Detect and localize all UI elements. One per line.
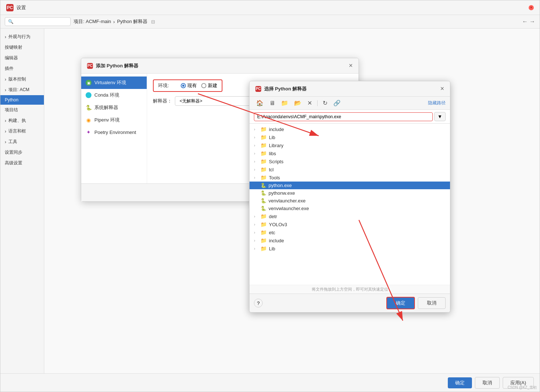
tree-item-lib[interactable]: › 📁 Lib <box>250 133 450 141</box>
tree-item-scripts[interactable]: › 📁 Scripts <box>250 157 450 165</box>
dialog-select-close-button[interactable]: × <box>440 85 444 93</box>
folder-icon: 📁 <box>260 126 267 132</box>
sidebar-item-advanced[interactable]: 高级设置 <box>0 158 44 168</box>
tree-label-tools: Tools <box>269 175 280 180</box>
dialog-select-cancel-button[interactable]: 取消 <box>418 297 446 309</box>
breadcrumb-icon: ⊟ <box>151 19 155 25</box>
venvwlauncher-icon: 🐍 <box>260 206 266 211</box>
settings-ok-button[interactable]: 确定 <box>448 377 472 388</box>
pipenv-icon: ◉ <box>86 117 91 123</box>
sidebar-item-project-structure[interactable]: 项目结 <box>0 105 44 115</box>
folder-icon-tools: 📁 <box>260 175 267 180</box>
path-dropdown-button[interactable]: ▼ <box>434 112 446 121</box>
dialog-select-title: PC 选择 Python 解释器 <box>255 86 307 92</box>
nav-forward-button[interactable]: → <box>529 18 535 25</box>
dialog-select-confirm-button[interactable]: 确定 <box>386 297 415 309</box>
env-item-poetry[interactable]: ✦ Poetry Environment <box>81 126 147 138</box>
dialog-add-title-bar: PC 添加 Python 解释器 × <box>81 58 359 74</box>
settings-cancel-button[interactable]: 取消 <box>475 377 500 389</box>
toolbar-home-button[interactable]: 🏠 <box>254 99 266 107</box>
dialog-select-interpreter: PC 选择 Python 解释器 × 🏠 🖥 📁 📂 ✕ ↻ 🔗 隐藏路径 ▼ <box>249 81 450 313</box>
env-item-virtualenv[interactable]: ▣ Virtualenv 环境 <box>81 76 147 89</box>
tree-item-etc[interactable]: › 📁 etc <box>250 228 450 236</box>
env-item-system[interactable]: 🐍 系统解释器 <box>81 101 147 114</box>
toolbar-link-button[interactable]: 🔗 <box>331 99 343 107</box>
sidebar-item-project[interactable]: 项目: ACM <box>0 85 44 95</box>
toolbar-delete-button[interactable]: ✕ <box>305 99 314 107</box>
tree-arrow-yolov3: › <box>254 222 258 227</box>
breadcrumb-arrow: › <box>113 19 115 25</box>
tree-arrow-library: › <box>254 143 258 148</box>
dialog-select-bottom: ? 确定 取消 <box>250 294 450 312</box>
tree-item-pythonw-exe[interactable]: 🐍 pythonw.exe <box>250 189 450 197</box>
sidebar-item-keymap[interactable]: 按键映射 <box>0 42 44 53</box>
dialog-add-icon: PC <box>87 63 93 69</box>
tree-item-python-exe[interactable]: 🐍 python.exe <box>250 182 450 189</box>
search-input[interactable] <box>5 17 71 26</box>
sidebar-item-plugins[interactable]: 插件 <box>0 63 44 74</box>
tree-label-yolov3: YOLOv3 <box>269 222 287 227</box>
tree-label-libs: libs <box>269 151 276 156</box>
pythonw-exe-icon: 🐍 <box>260 190 266 196</box>
tree-label-detr: detr <box>269 214 277 219</box>
tree-item-venvwlauncher[interactable]: 🐍 venvwlauncher.exe <box>250 205 450 212</box>
sidebar-item-python[interactable]: Python <box>0 95 44 105</box>
tree-item-yolov3[interactable]: › 📁 YOLOv3 <box>250 220 450 228</box>
tree-arrow-include-1: › <box>254 127 258 131</box>
folder-icon-lib-2: 📁 <box>260 246 267 251</box>
window-close-button[interactable]: × <box>529 5 534 10</box>
sidebar-item-editor[interactable]: 编辑器 <box>0 53 44 63</box>
breadcrumb: 项目: ACMF-main › Python 解释器 ⊟ <box>74 18 519 25</box>
help-button[interactable]: ? <box>254 299 263 307</box>
tree-item-lib-2[interactable]: › 📁 Lib <box>250 244 450 253</box>
tree-item-libs[interactable]: › 📁 libs <box>250 149 450 157</box>
tree-arrow-libs: › <box>254 151 258 156</box>
toolbar-refresh-button[interactable]: ↻ <box>320 99 330 107</box>
tree-label-python-exe: python.exe <box>269 183 292 188</box>
folder-icon-scripts: 📁 <box>260 158 267 164</box>
env-item-conda[interactable]: Conda 环境 <box>81 89 147 101</box>
folder-icon-etc: 📁 <box>260 229 267 235</box>
sidebar-item-lang[interactable]: 语言和框 <box>0 126 44 137</box>
tree-item-tcl[interactable]: › 📁 tcl <box>250 165 450 173</box>
tree-item-library[interactable]: › 📁 Library <box>250 141 450 149</box>
breadcrumb-part2: Python 解释器 <box>117 18 147 25</box>
env-type-list: ▣ Virtualenv 环境 Conda 环境 🐍 系统解释器 ◉ <box>81 74 147 183</box>
tree-item-tools[interactable]: › 📁 Tools <box>250 173 450 182</box>
tree-arrow-lib: › <box>254 135 258 139</box>
sidebar-item-vcs[interactable]: 版本控制 <box>0 74 44 85</box>
title-bar: PC 设置 × <box>0 0 540 15</box>
window-title: 设置 <box>16 4 26 11</box>
python-exe-icon: 🐍 <box>260 183 266 188</box>
folder-icon-library: 📁 <box>260 142 267 148</box>
sidebar-item-build[interactable]: 构建、执 <box>0 115 44 126</box>
tree-item-include-1[interactable]: › 📁 include <box>250 125 450 133</box>
tree-label-library: Library <box>269 143 284 148</box>
interpreter-label: 解释器： <box>153 98 172 104</box>
folder-icon-libs: 📁 <box>260 150 267 156</box>
folder-icon-yolov3: 📁 <box>260 221 267 227</box>
sidebar-item-tools[interactable]: 工具 <box>0 137 44 147</box>
env-item-pipenv[interactable]: ◉ Pipenv 环境 <box>81 114 147 126</box>
sidebar-item-sync[interactable]: 设置同步 <box>0 147 44 158</box>
dialog-add-title: PC 添加 Python 解释器 <box>87 63 138 69</box>
toolbar-folder-button[interactable]: 📁 <box>279 99 290 107</box>
toolbar-desktop-button[interactable]: 🖥 <box>267 99 277 107</box>
folder-icon-tcl: 📁 <box>260 167 267 172</box>
toolbar-newfolder-button[interactable]: 📂 <box>292 99 304 107</box>
tree-arrow-detr: › <box>254 214 258 219</box>
tree-item-detr[interactable]: › 📁 detr <box>250 212 450 220</box>
path-input[interactable] <box>254 112 433 121</box>
folder-icon-lib: 📁 <box>260 134 267 140</box>
dialog-add-close-button[interactable]: × <box>349 62 353 70</box>
nav-back-button[interactable]: ← <box>522 18 528 25</box>
sidebar-item-appearance[interactable]: 外观与行为 <box>0 31 44 42</box>
path-input-row: ▼ <box>250 110 450 124</box>
hide-path-link[interactable]: 隐藏路径 <box>428 100 446 106</box>
radio-existing[interactable]: 现有 <box>181 82 197 89</box>
dialog-select-status: 将文件拖放到上方空间，即可对其快速定位 <box>250 285 450 294</box>
radio-new[interactable]: 新建 <box>201 82 217 89</box>
title-bar-left: PC 设置 <box>6 4 26 11</box>
tree-item-include-2[interactable]: › 📁 include <box>250 236 450 244</box>
tree-item-venvlauncher[interactable]: 🐍 venvlauncher.exe <box>250 197 450 205</box>
